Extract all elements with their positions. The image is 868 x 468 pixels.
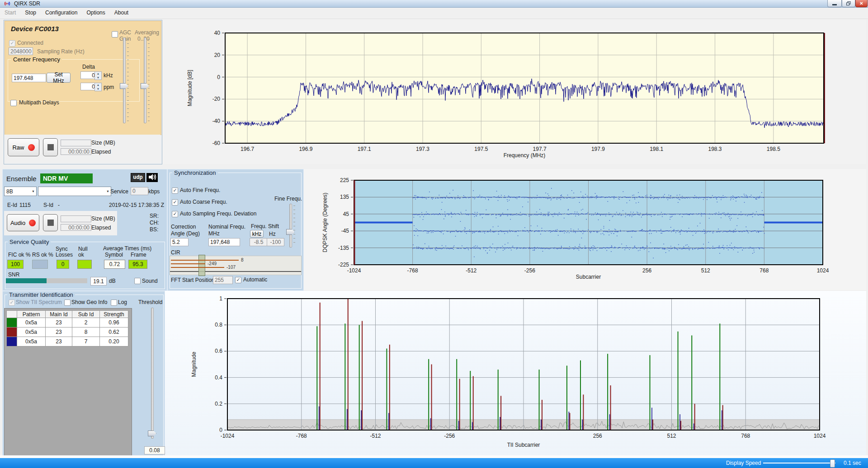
sound-checkbox[interactable] (134, 278, 141, 284)
multipath-delays-checkbox[interactable] (10, 100, 17, 106)
table-cell: 0x5a (17, 318, 46, 328)
show-geo-info-checkbox[interactable] (64, 300, 71, 306)
chevron-down-icon: ▼ (32, 190, 35, 193)
service-dropdown[interactable]: ▼ (38, 187, 111, 196)
display-speed-slider-track[interactable] (763, 463, 835, 463)
audio-output-button[interactable] (146, 173, 158, 182)
minimize-icon (832, 4, 837, 5)
center-frequency-input[interactable]: 197.648 (12, 74, 46, 82)
auto-fine-frequ-label: Auto Fine Frequ. (180, 187, 220, 193)
service-label: Service (110, 188, 128, 195)
spinner-down-icon[interactable]: ▼ (95, 87, 101, 91)
svg-text:-256: -256 (524, 267, 535, 274)
delta-khz-spinner[interactable]: ▲▼ (94, 71, 102, 80)
svg-text:197.9: 197.9 (591, 146, 605, 152)
delta-ppm-spinner[interactable]: ▲▼ (94, 83, 102, 91)
khz-label: kHz (104, 72, 113, 79)
table-row[interactable]: 0x5a2320.96 (7, 318, 128, 328)
log-checkbox[interactable] (111, 300, 117, 306)
synchronization-panel: Synchronization Auto Fine Frequ. Auto Co… (167, 169, 304, 291)
title-bar[interactable]: QIRX SDR ✕ (0, 0, 868, 8)
show-geo-info-label: Show Geo Info (71, 299, 107, 305)
menu-item-stop[interactable]: Stop (20, 8, 41, 18)
average-times-label: Average Times (ms) (103, 245, 151, 252)
sync-label-1: Sync (56, 246, 68, 252)
khz-toggle-button[interactable]: kHz (250, 230, 264, 238)
menu-item-start[interactable]: Start (0, 8, 20, 18)
table-cell: 23 (46, 337, 72, 346)
raw-stop-button[interactable] (43, 138, 58, 156)
table-cell: 0x5a (17, 337, 46, 346)
fine-frequ-slider-ticks (293, 206, 295, 245)
agc-gain-slider-track[interactable] (123, 37, 126, 123)
svg-text:768: 768 (760, 267, 769, 274)
nominal-frequ-label-2: MHz (208, 230, 220, 237)
automatic-checkbox[interactable] (235, 277, 241, 283)
auto-coarse-frequ-label: Auto Coarse Frequ. (180, 199, 227, 205)
correction-angle-field[interactable]: 5.2 (170, 238, 189, 246)
display-speed-slider-thumb[interactable] (830, 459, 835, 468)
nominal-frequ-field[interactable]: 197,648 (208, 238, 240, 246)
threshold-slider-track[interactable] (151, 308, 154, 439)
synchronization-title: Synchronization (172, 169, 218, 176)
sampling-rate-field[interactable]: 2048000 (9, 47, 33, 55)
snr-bar-fill (6, 278, 47, 283)
rf-spectrum-chart: 40200-20-40-60196.7196.9197.1197.3197.51… (163, 20, 866, 164)
minimize-button[interactable] (827, 0, 842, 7)
tii-table[interactable]: PatternMain IdSub IdStrength0x5a2320.960… (6, 310, 128, 346)
display-speed-label: Display Speed (726, 460, 761, 466)
menu-item-about[interactable]: About (110, 8, 133, 18)
svg-text:1024: 1024 (817, 267, 829, 274)
svg-text:40: 40 (214, 30, 221, 36)
audio-stop-button[interactable] (43, 214, 58, 231)
auto-coarse-frequ-checkbox[interactable] (172, 199, 178, 206)
averaging-label-1: Averaging (135, 29, 159, 36)
channel-value: 8B (6, 188, 13, 195)
averaging-slider-track[interactable] (144, 37, 146, 123)
menu-item-configuration[interactable]: Configuration (41, 8, 82, 18)
svg-text:196.7: 196.7 (241, 146, 254, 152)
svg-text:0.6: 0.6 (215, 348, 222, 354)
bitrate-field: 0 (131, 187, 148, 195)
agc-gain-checkbox[interactable] (112, 31, 118, 37)
auto-sampling-frequ-label: Auto Sampling Frequ. Deviation (180, 211, 256, 217)
record-icon (28, 144, 35, 151)
tii-table-container: PatternMain IdSub IdStrength0x5a2320.960… (4, 308, 132, 456)
audio-size-field (61, 215, 91, 222)
table-row[interactable]: 0x5a2380.62 (7, 328, 128, 337)
ppm-label: ppm (104, 84, 114, 90)
spinner-up-icon[interactable]: ▲ (95, 72, 101, 76)
svg-text:-256: -256 (444, 433, 455, 439)
svg-text:512: 512 (667, 433, 676, 439)
auto-sampling-frequ-checkbox[interactable] (172, 211, 178, 217)
svg-text:0: 0 (217, 74, 220, 80)
menu-item-options[interactable]: Options (82, 8, 109, 18)
auto-fine-frequ-checkbox[interactable] (172, 187, 178, 194)
fine-frequ-slider-track[interactable] (289, 204, 292, 248)
cir-echo-label: -107 (226, 265, 236, 270)
spinner-down-icon[interactable]: ▼ (95, 76, 101, 80)
dqpsk-panel: 22513545-45-135-225-1024-768-512-2562565… (304, 169, 866, 290)
table-row[interactable]: 0x5a2370.20 (7, 337, 128, 346)
ensemble-name-badge: NDR MV (40, 173, 93, 183)
restore-button[interactable] (842, 0, 855, 7)
connected-checkbox[interactable] (9, 40, 15, 47)
threshold-label: Threshold (138, 299, 162, 305)
fft-start-field[interactable]: 255 (213, 276, 233, 284)
close-button[interactable]: ✕ (855, 0, 868, 7)
raw-record-button[interactable]: Raw (8, 138, 39, 156)
channel-dropdown[interactable]: 8B ▼ (4, 187, 37, 196)
show-tii-spectrum-checkbox[interactable] (9, 300, 15, 306)
set-mhz-button[interactable]: Set MHz (47, 73, 71, 83)
raw-recording-row: Raw Size (MB) 00:00:00 Elapsed (5, 135, 160, 163)
frame-label: Frame (131, 252, 146, 258)
svg-text:-40: -40 (212, 118, 221, 124)
kbps-label: kbps (148, 188, 160, 195)
cir-window-handle[interactable] (198, 255, 205, 276)
audio-record-button[interactable]: Audio (7, 214, 39, 231)
spinner-up-icon[interactable]: ▲ (95, 83, 101, 87)
correction-label-2: Angle (Deg) (171, 230, 200, 237)
udp-button[interactable]: udp (131, 173, 145, 182)
svg-text:Frequency (MHz): Frequency (MHz) (504, 152, 546, 159)
svg-text:Subcarrier: Subcarrier (576, 274, 601, 280)
